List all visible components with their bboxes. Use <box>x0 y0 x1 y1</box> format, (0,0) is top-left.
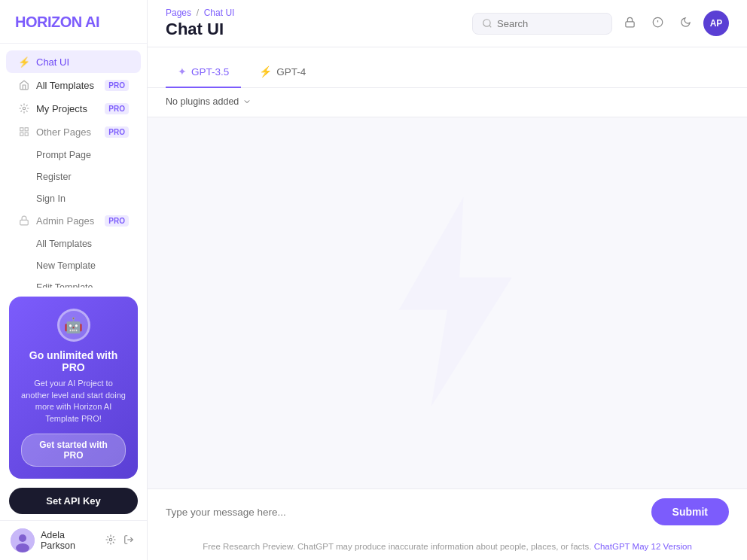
svg-rect-3 <box>20 132 23 135</box>
svg-point-7 <box>19 534 26 542</box>
admin-pages-badge: PRO <box>105 215 129 227</box>
page-title: Chat UI <box>166 20 234 39</box>
avatar-image <box>11 528 35 552</box>
admin-pages-section: Admin Pages PRO <box>6 210 141 231</box>
sidebar-nav: ⚡ Chat UI All Templates PRO My Projects … <box>0 44 147 288</box>
promo-robot-icon: 🤖 <box>64 316 83 334</box>
all-templates-badge: PRO <box>105 80 129 91</box>
avatar <box>11 528 35 552</box>
sidebar-item-all-templates[interactable]: All Templates PRO <box>6 74 141 96</box>
other-pages-label: Other Pages <box>36 126 99 138</box>
settings-button[interactable] <box>103 533 118 549</box>
breadcrumb-parent: Pages <box>166 8 191 18</box>
promo-description: Get your AI Project to another level and… <box>21 378 126 425</box>
topbar-avatar[interactable]: AP <box>703 11 729 36</box>
plugins-row: No plugins added <box>148 88 747 117</box>
info-icon-button[interactable] <box>648 14 668 33</box>
sidebar-item-my-projects[interactable]: My Projects PRO <box>6 97 141 120</box>
chat-ui-icon: ⚡ <box>18 56 30 68</box>
sidebar-user: Adela Parkson <box>0 520 147 560</box>
chat-message-input[interactable] <box>166 507 642 518</box>
plugins-label: No plugins added <box>166 96 239 107</box>
sidebar-sub-all-templates[interactable]: All Templates <box>6 233 141 254</box>
sidebar-sub-edit-template[interactable]: Edit Template <box>6 276 141 288</box>
logo-text-plain: HORIZON <box>15 14 82 30</box>
logo-text-accent: AI <box>82 14 99 30</box>
lock-icon-button[interactable] <box>620 14 640 33</box>
sidebar-sub-sign-in[interactable]: Sign In <box>6 187 141 208</box>
chat-tabs: ✦ GPT-3.5 ⚡ GPT-4 <box>148 47 747 88</box>
logo: HORIZON AI <box>0 0 147 44</box>
footer-text: Free Research Preview. ChatGPT may produ… <box>203 542 591 551</box>
set-api-key-button[interactable]: Set API Key <box>9 488 138 514</box>
topbar: Pages / Chat UI Chat UI AP <box>148 0 747 47</box>
topbar-left: Pages / Chat UI Chat UI <box>166 8 234 39</box>
breadcrumb-child: Chat UI <box>204 8 235 18</box>
promo-cta-button[interactable]: Get started with PRO <box>21 434 126 467</box>
submit-button[interactable]: Submit <box>651 498 729 525</box>
other-pages-icon <box>18 126 30 138</box>
chat-input-row: Submit <box>148 488 747 536</box>
user-name: Adela Parkson <box>41 530 97 551</box>
svg-rect-13 <box>626 22 634 27</box>
promo-icon-wrap: 🤖 <box>57 309 90 342</box>
breadcrumb: Pages / Chat UI <box>166 8 234 18</box>
sidebar-item-all-templates-label: All Templates <box>36 80 99 91</box>
sidebar-sub-new-template[interactable]: New Template <box>6 254 141 275</box>
tab-gpt4[interactable]: ⚡ GPT-4 <box>247 59 318 88</box>
admin-pages-icon <box>18 215 30 227</box>
promo-title: Go unlimited with PRO <box>21 349 126 373</box>
svg-point-9 <box>109 538 112 541</box>
sidebar: HORIZON AI ⚡ Chat UI All Templates PRO M… <box>0 0 148 560</box>
gpt35-icon: ✦ <box>178 65 187 78</box>
other-pages-badge: PRO <box>105 126 129 138</box>
promo-card: 🤖 Go unlimited with PRO Get your AI Proj… <box>9 297 138 479</box>
svg-point-11 <box>483 20 490 26</box>
svg-rect-5 <box>20 220 29 224</box>
my-projects-badge: PRO <box>105 103 129 114</box>
main-content: Pages / Chat UI Chat UI AP <box>148 0 747 560</box>
theme-icon-button[interactable] <box>675 14 696 33</box>
svg-line-12 <box>489 26 492 28</box>
svg-rect-4 <box>25 132 28 135</box>
chat-area: ✦ GPT-3.5 ⚡ GPT-4 No plugins added <box>148 47 747 560</box>
svg-point-0 <box>23 107 26 110</box>
tab-gpt35-label: GPT-3.5 <box>191 66 229 78</box>
gpt4-icon: ⚡ <box>259 65 272 78</box>
chat-messages <box>148 117 747 488</box>
search-icon <box>482 18 492 29</box>
user-actions <box>103 533 136 549</box>
sidebar-sub-prompt-page[interactable]: Prompt Page <box>6 144 141 165</box>
admin-pages-label: Admin Pages <box>36 215 99 227</box>
svg-rect-2 <box>25 128 28 131</box>
sidebar-item-my-projects-label: My Projects <box>36 103 99 114</box>
bolt-background <box>364 189 530 418</box>
topbar-right: AP <box>472 11 729 36</box>
home-icon <box>18 79 30 91</box>
svg-point-8 <box>16 543 29 552</box>
chevron-down-icon <box>242 97 252 106</box>
other-pages-section: Other Pages PRO <box>6 121 141 142</box>
chat-footer: Free Research Preview. ChatGPT may produ… <box>148 536 747 560</box>
footer-link[interactable]: ChatGPT May 12 Version <box>594 542 692 551</box>
svg-rect-1 <box>20 128 23 131</box>
sidebar-item-chat-ui[interactable]: ⚡ Chat UI <box>6 50 141 73</box>
plugins-select-button[interactable]: No plugins added <box>166 94 252 109</box>
tab-gpt35[interactable]: ✦ GPT-3.5 <box>166 59 241 88</box>
search-input[interactable] <box>497 18 602 29</box>
tab-gpt4-label: GPT-4 <box>276 66 306 78</box>
logout-button[interactable] <box>121 533 136 549</box>
sidebar-item-chat-ui-label: Chat UI <box>36 56 129 68</box>
sidebar-sub-register[interactable]: Register <box>6 166 141 187</box>
search-box[interactable] <box>472 13 612 35</box>
projects-icon <box>18 102 30 114</box>
